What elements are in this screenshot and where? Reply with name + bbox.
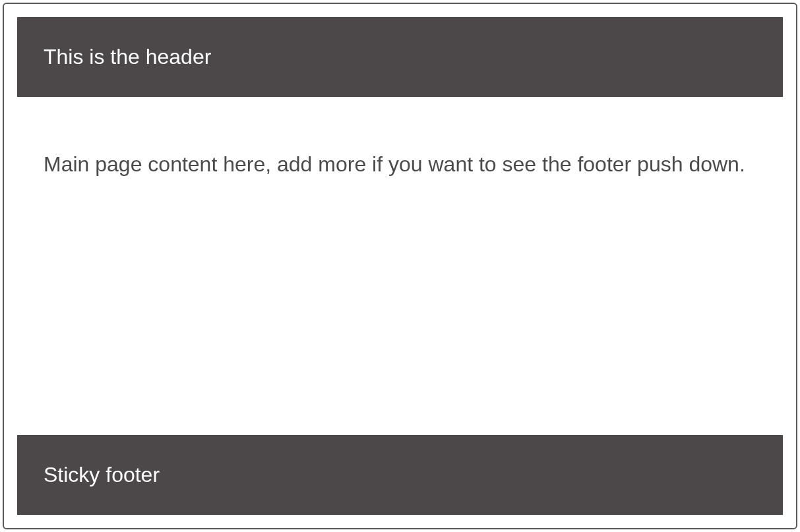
main-content-text: Main page content here, add more if you …	[44, 148, 756, 181]
main-content: Main page content here, add more if you …	[17, 97, 783, 435]
page-header: This is the header	[17, 17, 783, 97]
header-title: This is the header	[44, 45, 211, 69]
footer-label: Sticky footer	[44, 463, 160, 487]
page-footer: Sticky footer	[17, 435, 783, 515]
layout-frame: This is the header Main page content her…	[3, 3, 797, 529]
